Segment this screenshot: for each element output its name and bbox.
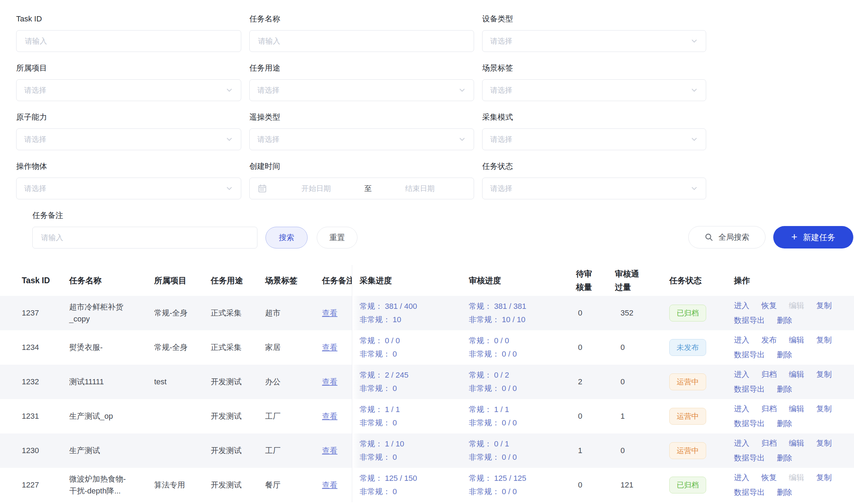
field-label: 采集模式	[482, 112, 706, 122]
chevron-down-icon	[225, 135, 233, 143]
action-enter[interactable]: 进入	[734, 370, 749, 379]
status-badge: 运营中	[669, 442, 706, 459]
cell-task-name: 测试11111	[63, 376, 151, 388]
action-edit[interactable]: 编辑	[789, 336, 804, 344]
action-delete[interactable]: 删除	[777, 350, 792, 359]
field-label: 任务状态	[482, 161, 706, 171]
action-delete[interactable]: 删除	[777, 453, 792, 462]
view-remark-link[interactable]: 查看	[322, 309, 337, 317]
action-delete[interactable]: 删除	[777, 419, 792, 428]
action-export[interactable]: 数据导出	[734, 419, 765, 428]
purpose-select[interactable]: 请选择	[249, 79, 474, 101]
action-copy[interactable]: 复制	[816, 439, 832, 447]
action-archive[interactable]: 归档	[761, 370, 777, 379]
cell-collect-progress: 常规：0 / 0 非常规：0	[356, 334, 467, 361]
new-task-button[interactable]: + 新建任务	[773, 226, 853, 248]
cell-task-name: 生产测试_op	[63, 410, 151, 422]
action-copy[interactable]: 复制	[816, 336, 832, 344]
chevron-down-icon	[225, 86, 233, 94]
search-button[interactable]: 搜索	[265, 227, 308, 248]
action-export[interactable]: 数据导出	[734, 350, 765, 359]
field-label: 原子能力	[16, 112, 241, 122]
collect-mode-select[interactable]: 请选择	[482, 128, 706, 150]
action-delete[interactable]: 删除	[777, 316, 792, 325]
chevron-down-icon	[458, 86, 466, 94]
action-edit[interactable]: 编辑	[789, 404, 804, 413]
filter-field-task-remark: 任务备注	[32, 211, 257, 248]
cell-pending-count: 2	[574, 377, 614, 386]
cell-passed-count: 352	[614, 309, 669, 318]
action-export[interactable]: 数据导出	[734, 488, 765, 497]
atomic-ability-select[interactable]: 请选择	[16, 128, 241, 150]
action-enter[interactable]: 进入	[734, 439, 749, 447]
column-header-task-name: 任务名称	[63, 274, 151, 286]
end-date-input[interactable]: 结束日期	[374, 184, 466, 193]
action-edit: 编辑	[789, 473, 804, 482]
action-copy[interactable]: 复制	[816, 370, 832, 379]
scene-tag-select[interactable]: 请选择	[482, 79, 706, 101]
action-delete[interactable]: 删除	[777, 385, 792, 393]
filter-field-purpose: 任务用途 请选择	[249, 63, 474, 101]
action-delete[interactable]: 删除	[777, 488, 792, 497]
action-copy[interactable]: 复制	[816, 404, 832, 413]
filter-field-teleop-type: 遥操类型 请选择	[249, 112, 474, 150]
device-type-select[interactable]: 请选择	[482, 30, 706, 52]
operate-object-select[interactable]: 请选择	[16, 178, 241, 199]
cell-scene: 超市	[265, 308, 320, 318]
view-remark-link[interactable]: 查看	[322, 446, 337, 455]
field-label: 所属项目	[16, 63, 241, 73]
global-search-button[interactable]: 全局搜索	[688, 226, 766, 248]
action-enter[interactable]: 进入	[734, 404, 749, 413]
date-range-picker[interactable]: 开始日期 至 结束日期	[249, 178, 474, 199]
cell-pending-count: 0	[574, 343, 614, 352]
table-row: 1231 生产测试_op 开发测试 工厂 查看 常规：1 / 1 非常规：0 常…	[0, 399, 854, 433]
action-export[interactable]: 数据导出	[734, 453, 765, 462]
action-edit[interactable]: 编辑	[789, 370, 804, 379]
teleop-type-select[interactable]: 请选择	[249, 128, 474, 150]
start-date-input[interactable]: 开始日期	[270, 184, 362, 193]
cell-collect-progress: 常规：2 / 245 非常规：0	[356, 369, 467, 395]
action-edit[interactable]: 编辑	[789, 439, 804, 447]
plus-icon: +	[791, 232, 797, 242]
filter-field-project: 所属项目 请选择	[16, 63, 241, 101]
field-label: 任务名称	[249, 14, 474, 24]
task-name-input[interactable]	[257, 37, 466, 46]
task-remark-input[interactable]	[40, 233, 249, 242]
field-label: Task ID	[16, 14, 241, 24]
project-select[interactable]: 请选择	[16, 79, 241, 101]
action-export[interactable]: 数据导出	[734, 385, 765, 393]
column-header-project: 所属项目	[151, 274, 209, 286]
cell-passed-count: 121	[614, 480, 669, 490]
cell-task-name: 微波炉加热食物-干扰-depth降...	[63, 473, 151, 497]
view-remark-link[interactable]: 查看	[322, 377, 337, 386]
cell-task-id: 1231	[0, 412, 63, 421]
action-restore[interactable]: 恢复	[761, 473, 777, 482]
action-enter[interactable]: 进入	[734, 301, 749, 310]
action-copy[interactable]: 复制	[816, 301, 832, 310]
action-publish[interactable]: 发布	[761, 336, 777, 344]
filter-field-device-type: 设备类型 请选择	[482, 14, 706, 52]
action-export[interactable]: 数据导出	[734, 316, 765, 325]
action-enter[interactable]: 进入	[734, 473, 749, 482]
reset-button[interactable]: 重置	[317, 227, 357, 248]
column-header-actions: 操作	[734, 275, 854, 286]
field-label: 场景标签	[482, 63, 706, 73]
view-remark-link[interactable]: 查看	[322, 343, 337, 352]
action-restore[interactable]: 恢复	[761, 301, 777, 310]
task-id-input[interactable]	[24, 37, 233, 46]
filter-field-atomic-ability: 原子能力 请选择	[16, 112, 241, 150]
filter-field-task-status: 任务状态 请选择	[482, 161, 706, 199]
cell-task-name: 超市冷鲜柜补货_copy	[63, 301, 151, 325]
cell-task-name: 生产测试	[63, 445, 151, 457]
cell-purpose: 开发测试	[209, 480, 265, 490]
action-enter[interactable]: 进入	[734, 336, 749, 344]
action-copy[interactable]: 复制	[816, 473, 832, 482]
action-archive[interactable]: 归档	[761, 404, 777, 413]
task-status-select[interactable]: 请选择	[482, 178, 706, 199]
action-archive[interactable]: 归档	[761, 439, 777, 447]
cell-review-progress: 常规：125 / 125 非常规：0 / 0	[467, 472, 574, 498]
view-remark-link[interactable]: 查看	[322, 412, 337, 420]
field-label: 设备类型	[482, 14, 706, 24]
view-remark-link[interactable]: 查看	[322, 480, 337, 489]
cell-scene: 工厂	[265, 445, 320, 456]
